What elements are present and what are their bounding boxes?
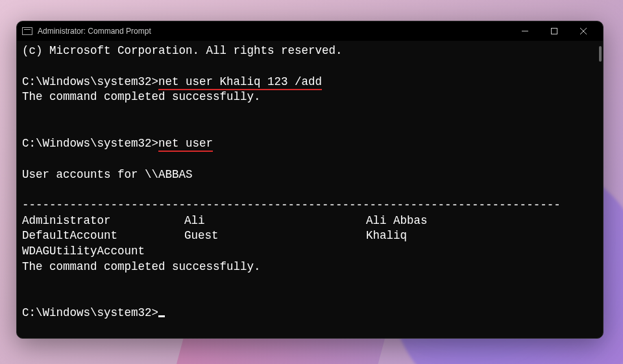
- cmd-line-3: C:\Windows\system32>: [22, 306, 596, 321]
- prompt-text: C:\Windows\system32>: [22, 306, 158, 319]
- blank-line: [22, 182, 596, 198]
- blank-line: [22, 274, 596, 306]
- command-text-2: net user: [158, 137, 213, 152]
- cmd-line-2: C:\Windows\system32>net user: [22, 136, 596, 152]
- user-row: DefaultAccount Guest Khaliq: [22, 228, 596, 244]
- cursor: [158, 315, 165, 317]
- blank-line: [22, 152, 596, 167]
- user-cell: Ali: [184, 213, 366, 229]
- scrollbar-thumb[interactable]: [599, 46, 602, 62]
- blank-line: [22, 105, 596, 136]
- copyright-line: (c) Microsoft Corporation. All rights re…: [22, 43, 596, 59]
- titlebar[interactable]: Administrator: Command Prompt: [17, 21, 603, 41]
- maximize-icon: [551, 28, 557, 34]
- maximize-button[interactable]: [539, 21, 568, 41]
- prompt-text: C:\Windows\system32>: [22, 75, 158, 88]
- command-text-1: net user Khaliq 123 /add: [158, 75, 322, 90]
- user-cell: Ali Abbas: [366, 213, 596, 229]
- user-cell: [184, 244, 366, 260]
- user-cell: DefaultAccount: [22, 228, 184, 244]
- window-title: Administrator: Command Prompt: [38, 27, 151, 36]
- output-success-1: The command completed successfully.: [22, 90, 596, 105]
- minimize-button[interactable]: [510, 21, 539, 41]
- prompt-text: C:\Windows\system32>: [22, 137, 158, 150]
- cmd-line-1: C:\Windows\system32>net user Khaliq 123 …: [22, 75, 596, 90]
- user-row: WDAGUtilityAccount: [22, 244, 596, 260]
- user-cell: Guest: [184, 228, 366, 244]
- window-controls: [510, 21, 598, 41]
- user-accounts-header: User accounts for \\ABBAS: [22, 167, 596, 183]
- terminal-body[interactable]: (c) Microsoft Corporation. All rights re…: [17, 41, 603, 338]
- command-prompt-window: Administrator: Command Prompt (c) Micros…: [16, 21, 604, 339]
- user-cell: WDAGUtilityAccount: [22, 244, 184, 260]
- svg-rect-1: [551, 29, 557, 34]
- blank-line: [22, 59, 596, 75]
- user-cell: [366, 244, 596, 260]
- user-cell: Khaliq: [366, 228, 596, 244]
- close-icon: [580, 28, 587, 34]
- user-row: Administrator Ali Ali Abbas: [22, 213, 596, 229]
- minimize-icon: [522, 28, 528, 34]
- close-button[interactable]: [568, 21, 598, 41]
- user-cell: Administrator: [22, 213, 184, 229]
- dash-line: ----------------------------------------…: [22, 198, 596, 213]
- output-success-2: The command completed successfully.: [22, 260, 596, 275]
- cmd-prompt-icon: [22, 27, 32, 35]
